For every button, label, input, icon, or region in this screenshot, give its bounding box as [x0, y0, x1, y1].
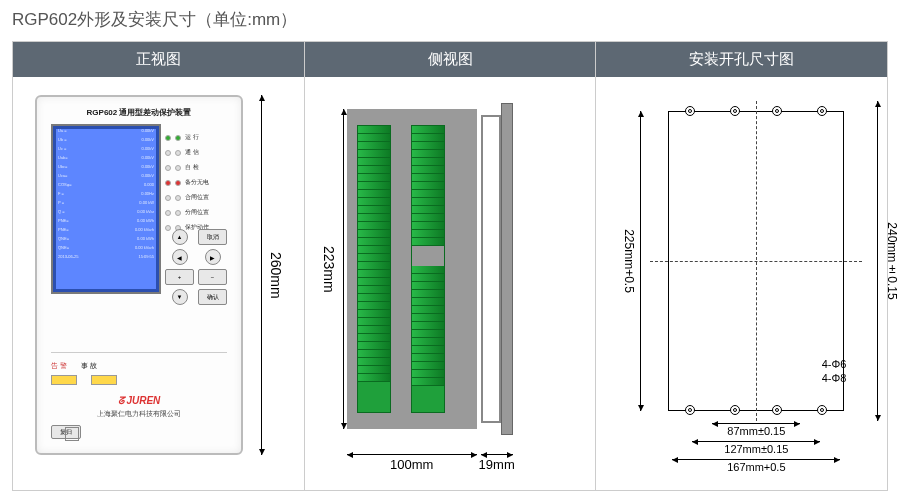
device-front: RGP602 通用型差动保护装置 Ua =0.00kVUb =0.00kVUc …	[35, 95, 243, 455]
col-front-body: RGP602 通用型差动保护装置 Ua =0.00kVUb =0.00kVUc …	[13, 77, 304, 490]
event-label: 事 故	[81, 361, 97, 371]
dim-label: 225mm+0.5	[622, 229, 636, 293]
hole-icon	[685, 405, 695, 415]
key-cancel: 取消	[198, 229, 227, 245]
device-lower: 告 警 事 故 ᘔ JUREN 上海聚仁电力科技有限公司 复归	[51, 352, 227, 439]
dim-side-height: 223mm	[321, 109, 344, 429]
logo-mark: ᘔ JUREN	[51, 395, 227, 407]
dim-label: 167mm+0.5	[727, 461, 785, 473]
dim-cut-w2: 127mm±0.15	[692, 441, 820, 455]
side-housing	[347, 109, 477, 429]
logo-company: 上海聚仁电力科技有限公司	[51, 409, 227, 419]
col-cutout: 安装开孔尺寸图 225mm+0.5 240mm±0.15	[596, 42, 887, 490]
side-bezel	[501, 103, 513, 435]
key-up: ▲	[172, 229, 188, 245]
key-left: ◀	[172, 249, 188, 265]
key-confirm: 确认	[198, 289, 227, 305]
dim-side-w1: 100mm	[347, 454, 477, 472]
keypad: ▲ 取消 ◀ ▶ + − ▼ 确认	[165, 229, 227, 305]
key-minus: −	[198, 269, 227, 285]
indicator-event	[91, 375, 117, 385]
diagram-grid: 正视图 RGP602 通用型差动保护装置 Ua =0.00kVUb =0.00k…	[12, 41, 888, 491]
col-side-header: 侧视图	[305, 42, 596, 77]
dim-label: 223mm	[321, 246, 337, 293]
dim-label: 100mm	[390, 457, 433, 472]
hole-icon	[730, 405, 740, 415]
indicator-group	[51, 375, 227, 385]
pcb-right	[411, 125, 445, 413]
dim-label: 260mm	[268, 252, 284, 299]
col-side-body: 223mm 100mm 19mm	[305, 77, 596, 490]
hole-icon	[817, 405, 827, 415]
hole-icon	[772, 405, 782, 415]
dim-cut-w3: 167mm+0.5	[672, 459, 840, 473]
col-cutout-header: 安装开孔尺寸图	[596, 42, 887, 77]
alarm-label: 告 警	[51, 361, 67, 371]
dim-cut-w1: 87mm±0.15	[712, 423, 800, 437]
logo: ᘔ JUREN 上海聚仁电力科技有限公司	[51, 395, 227, 419]
device-title: RGP602 通用型差动保护装置	[37, 107, 241, 118]
hole-spec-1: 4-Φ6	[822, 357, 847, 371]
side-mid	[481, 115, 501, 423]
centerline-v	[756, 101, 757, 421]
dim-label: 240mm±0.15	[885, 222, 899, 299]
dim-front-height: 260mm	[261, 95, 284, 455]
pcb-left	[357, 125, 391, 413]
col-front-header: 正视图	[13, 42, 304, 77]
alarm-labels: 告 警 事 故	[51, 361, 227, 371]
dim-cut-h2: 240mm±0.15	[877, 101, 878, 421]
col-cutout-body: 225mm+0.5 240mm±0.15 4-Φ6 4-Φ8 87mm±0.15…	[596, 77, 887, 490]
led-panel: 运 行通 信自 检备分无电合闸位置分闸位置保护动作	[165, 133, 227, 238]
device-side	[347, 109, 477, 429]
key-plus: +	[165, 269, 194, 285]
usb-port-icon	[65, 427, 79, 441]
key-right: ▶	[205, 249, 221, 265]
dim-label: 19mm	[479, 457, 515, 472]
dim-side-w2: 19mm	[481, 454, 513, 472]
dim-cut-h1: 225mm+0.5	[640, 111, 641, 411]
device-screen: Ua =0.00kVUb =0.00kVUc =0.00kVUab=0.00kV…	[51, 124, 161, 294]
col-side: 侧视图 223mm 100mm 19mm	[305, 42, 597, 490]
cutout-diagram: 225mm+0.5 240mm±0.15 4-Φ6 4-Φ8 87mm±0.15…	[650, 101, 858, 471]
col-front: 正视图 RGP602 通用型差动保护装置 Ua =0.00kVUb =0.00k…	[13, 42, 305, 490]
hole-spec-2: 4-Φ8	[822, 371, 847, 385]
dim-label: 127mm±0.15	[724, 443, 788, 455]
divider	[51, 352, 227, 353]
hole-spec: 4-Φ6 4-Φ8	[822, 357, 847, 385]
dim-label: 87mm±0.15	[727, 425, 785, 437]
page-title: RGP602外形及安装尺寸（单位:mm）	[12, 8, 888, 31]
key-down: ▼	[172, 289, 188, 305]
indicator-alarm	[51, 375, 77, 385]
